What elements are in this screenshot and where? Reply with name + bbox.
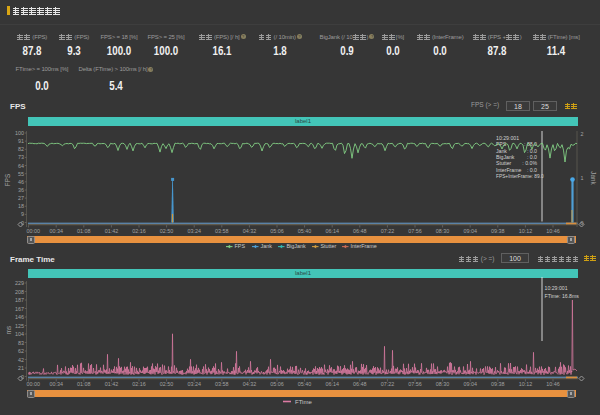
svg-text:: 0.0: : 0.0 xyxy=(527,154,537,160)
svg-text:09:38: 09:38 xyxy=(491,381,505,387)
svg-text:46: 46 xyxy=(18,179,24,185)
svg-text:06:48: 06:48 xyxy=(353,228,367,234)
svg-text:82: 82 xyxy=(18,146,24,152)
svg-text:05:40: 05:40 xyxy=(298,381,312,387)
svg-text:42: 42 xyxy=(18,357,24,363)
svg-text:21: 21 xyxy=(18,365,24,371)
svg-text:FPS: FPS xyxy=(235,243,246,249)
svg-text:04:32: 04:32 xyxy=(243,228,257,234)
svg-text:Jank: Jank xyxy=(261,243,273,249)
svg-text:06:14: 06:14 xyxy=(325,381,339,387)
svg-text:27: 27 xyxy=(18,195,24,201)
svg-text:00:00: 00:00 xyxy=(26,381,40,387)
svg-text:146: 146 xyxy=(15,314,24,320)
svg-text:ms: ms xyxy=(5,326,12,334)
svg-text:07:56: 07:56 xyxy=(408,228,422,234)
svg-text:229: 229 xyxy=(15,280,24,286)
svg-text:BigJank: BigJank xyxy=(287,243,306,249)
svg-text:01:08: 01:08 xyxy=(77,228,91,234)
svg-text:01:42: 01:42 xyxy=(105,228,119,234)
svg-text:55: 55 xyxy=(18,171,24,177)
svg-text:FTime: 16.8ms: FTime: 16.8ms xyxy=(545,293,580,299)
svg-text:73: 73 xyxy=(18,154,24,160)
svg-text:02:50: 02:50 xyxy=(160,381,174,387)
svg-text:08:30: 08:30 xyxy=(436,228,450,234)
svg-text:06:14: 06:14 xyxy=(325,228,339,234)
svg-text:18: 18 xyxy=(18,203,24,209)
svg-text:167: 167 xyxy=(15,306,24,312)
svg-text:62: 62 xyxy=(18,348,24,354)
svg-text:: 0.0: : 0.0 xyxy=(527,167,537,173)
svg-text:04:32: 04:32 xyxy=(243,381,257,387)
svg-text:36: 36 xyxy=(18,187,24,193)
svg-text:0: 0 xyxy=(581,220,584,226)
svg-text:06:48: 06:48 xyxy=(353,381,367,387)
svg-text:05:06: 05:06 xyxy=(270,381,284,387)
svg-text:10:46: 10:46 xyxy=(546,381,560,387)
svg-text:100: 100 xyxy=(15,130,24,136)
svg-text:208: 208 xyxy=(15,289,24,295)
svg-text:03:58: 03:58 xyxy=(215,228,229,234)
svg-text:10:12: 10:12 xyxy=(519,228,533,234)
svg-text:08:30: 08:30 xyxy=(436,381,450,387)
svg-text:03:24: 03:24 xyxy=(187,228,201,234)
svg-text:FPS: FPS xyxy=(4,174,11,186)
svg-text:FPS+InterFrame: 89.0: FPS+InterFrame: 89.0 xyxy=(496,174,544,179)
svg-text:03:58: 03:58 xyxy=(215,381,229,387)
svg-text:2: 2 xyxy=(581,131,584,137)
svg-text:9: 9 xyxy=(21,211,24,217)
svg-text:00:00: 00:00 xyxy=(26,228,40,234)
svg-text:InterFrame: InterFrame xyxy=(496,167,521,173)
svg-text:91: 91 xyxy=(18,138,24,144)
svg-text:09:04: 09:04 xyxy=(463,228,477,234)
svg-text:07:56: 07:56 xyxy=(408,381,422,387)
svg-text:10:29:001: 10:29:001 xyxy=(496,135,519,141)
svg-text:Jank: Jank xyxy=(590,171,597,185)
svg-text:01:08: 01:08 xyxy=(77,381,91,387)
svg-text:02:16: 02:16 xyxy=(132,381,146,387)
svg-text:FTime: FTime xyxy=(295,399,312,405)
svg-text:BigJank: BigJank xyxy=(496,154,515,160)
svg-text:InterFrame: InterFrame xyxy=(351,243,377,249)
svg-text:10:12: 10:12 xyxy=(519,381,533,387)
svg-text:10:29:001: 10:29:001 xyxy=(545,285,568,291)
svg-text:83: 83 xyxy=(18,340,24,346)
svg-text:02:16: 02:16 xyxy=(132,228,146,234)
svg-text:07:22: 07:22 xyxy=(381,228,395,234)
svg-text:02:50: 02:50 xyxy=(160,228,174,234)
svg-text:09:38: 09:38 xyxy=(491,228,505,234)
svg-text:1: 1 xyxy=(581,175,584,181)
svg-text:05:40: 05:40 xyxy=(298,228,312,234)
svg-text:125: 125 xyxy=(15,323,24,329)
svg-text:Stutter: Stutter xyxy=(496,160,512,166)
svg-text:00:34: 00:34 xyxy=(49,381,63,387)
svg-text:00:34: 00:34 xyxy=(49,228,63,234)
svg-text:: 0.0%: : 0.0% xyxy=(522,160,537,166)
svg-text:10:46: 10:46 xyxy=(546,228,560,234)
svg-text:01:42: 01:42 xyxy=(105,381,119,387)
svg-text:187: 187 xyxy=(15,297,24,303)
svg-text:05:06: 05:06 xyxy=(270,228,284,234)
svg-text:104: 104 xyxy=(15,331,24,337)
svg-text:09:04: 09:04 xyxy=(463,381,477,387)
svg-text:07:22: 07:22 xyxy=(381,381,395,387)
svg-text:64: 64 xyxy=(18,163,24,169)
svg-text:03:24: 03:24 xyxy=(187,381,201,387)
svg-text:Stutter: Stutter xyxy=(321,243,337,249)
